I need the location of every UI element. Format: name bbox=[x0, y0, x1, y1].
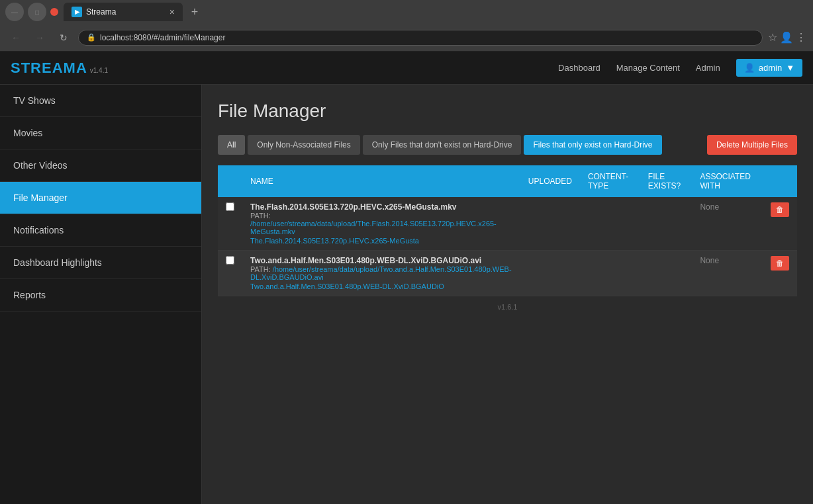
delete-multiple-button[interactable]: Delete Multiple Files bbox=[707, 135, 797, 155]
row-filename-0: The.Flash.2014.S05E13.720p.HEVC.x265-MeG… bbox=[250, 202, 512, 212]
row-path-text-1: PATH: bbox=[250, 265, 273, 273]
profile-icon[interactable]: 👤 bbox=[780, 31, 793, 44]
back-button[interactable]: ← bbox=[7, 28, 25, 47]
reload-button[interactable]: ↻ bbox=[54, 28, 73, 47]
row-path-link-0[interactable]: /home/user/streama/data/upload/The.Flash… bbox=[250, 220, 497, 235]
row-associated-0: None bbox=[692, 197, 763, 251]
close-button[interactable] bbox=[50, 8, 58, 16]
table-header-name: NAME bbox=[242, 165, 520, 197]
table-row: Two.and.a.Half.Men.S03E01.480p.WEB-DL.Xv… bbox=[218, 251, 797, 296]
sidebar-item-reports[interactable]: Reports bbox=[0, 279, 201, 312]
menu-icon[interactable]: ⋮ bbox=[796, 31, 806, 44]
address-bar[interactable]: 🔒 localhost:8080/#/admin/fileManager bbox=[78, 30, 763, 46]
row-title-0: The.Flash.2014.S05E13.720p.HEVC.x265-MeG… bbox=[250, 237, 512, 245]
row-delete-cell-1: 🗑 bbox=[763, 251, 797, 296]
row-path-label-1: PATH: /home/user/streama/data/upload/Two… bbox=[250, 265, 512, 281]
table-header-content-type: CONTENT-TYPE bbox=[580, 165, 640, 197]
delete-row-button-0[interactable]: 🗑 bbox=[771, 202, 789, 217]
logo: STREAMA v1.4.1 bbox=[11, 60, 108, 77]
nav-manage-content[interactable]: Manage Content bbox=[616, 63, 680, 73]
row-path-text-0: PATH: bbox=[250, 212, 271, 220]
logo-text: STREAMA bbox=[11, 60, 87, 77]
sidebar-item-movies[interactable]: Movies bbox=[0, 117, 201, 149]
row-associated-1: None bbox=[692, 251, 763, 296]
main-content: File Manager All Only Non-Associated Fil… bbox=[202, 85, 813, 504]
file-table: NAME UPLOADED CONTENT-TYPE FILE EXISTS? … bbox=[218, 165, 797, 296]
row-name-cell-0: The.Flash.2014.S05E13.720p.HEVC.x265-MeG… bbox=[242, 197, 520, 251]
row-file-exists-1 bbox=[640, 251, 693, 296]
filter-harddrive-only-button[interactable]: Files that only exist on Hard-Drive bbox=[524, 135, 661, 155]
admin-user-icon: 👤 bbox=[744, 63, 755, 73]
nav-links: Dashboard Manage Content Admin 👤 admin ▼ bbox=[558, 59, 802, 77]
lock-icon: 🔒 bbox=[87, 33, 96, 42]
footer: v1.6.1 bbox=[218, 296, 797, 317]
sidebar-item-notifications[interactable]: Notifications bbox=[0, 214, 201, 247]
footer-version: v1.6.1 bbox=[498, 303, 518, 311]
admin-user-button[interactable]: 👤 admin ▼ bbox=[736, 59, 802, 77]
row-filename-1: Two.and.a.Half.Men.S03E01.480p.WEB-DL.Xv… bbox=[250, 256, 512, 265]
row-name-cell-1: Two.and.a.Half.Men.S03E01.480p.WEB-DL.Xv… bbox=[242, 251, 520, 296]
row-path-link-1[interactable]: /home/user/streama/data/upload/Two.and.a… bbox=[250, 265, 512, 281]
top-nav: STREAMA v1.4.1 Dashboard Manage Content … bbox=[0, 52, 813, 85]
delete-row-button-1[interactable]: 🗑 bbox=[771, 256, 789, 271]
row-checkbox-cell-0 bbox=[218, 197, 242, 251]
forward-button[interactable]: → bbox=[30, 28, 49, 47]
tab-favicon-icon: ▶ bbox=[72, 7, 82, 17]
maximize-button[interactable]: □ bbox=[28, 3, 46, 21]
row-checkbox-0[interactable] bbox=[226, 202, 234, 211]
bookmark-icon[interactable]: ☆ bbox=[768, 31, 777, 44]
row-content-type-0 bbox=[580, 197, 640, 251]
row-uploaded-1 bbox=[520, 251, 580, 296]
table-header-check bbox=[218, 165, 242, 197]
row-file-exists-0 bbox=[640, 197, 693, 251]
filter-all-button[interactable]: All bbox=[218, 135, 245, 155]
browser-tab[interactable]: ▶ Streama × bbox=[64, 3, 183, 21]
logo-version: v1.4.1 bbox=[90, 67, 108, 74]
row-path-label-0: PATH: /home/user/streama/data/upload/The… bbox=[250, 212, 512, 235]
table-header-file-exists: FILE EXISTS? bbox=[640, 165, 693, 197]
row-checkbox-cell-1 bbox=[218, 251, 242, 296]
sidebar-item-dashboard-highlights[interactable]: Dashboard Highlights bbox=[0, 247, 201, 279]
table-row: The.Flash.2014.S05E13.720p.HEVC.x265-MeG… bbox=[218, 197, 797, 251]
table-header-uploaded: UPLOADED bbox=[520, 165, 580, 197]
nav-dashboard[interactable]: Dashboard bbox=[558, 63, 600, 73]
table-header-actions bbox=[763, 165, 797, 197]
sidebar-item-file-manager[interactable]: File Manager bbox=[0, 182, 201, 214]
admin-user-label: admin bbox=[759, 63, 782, 73]
sidebar-item-other-videos[interactable]: Other Videos bbox=[0, 149, 201, 182]
minimize-button[interactable]: — bbox=[5, 3, 24, 21]
tab-title: Streama bbox=[86, 7, 116, 17]
page-title: File Manager bbox=[218, 101, 797, 122]
row-title-1: Two.and.a.Half.Men.S03E01.480p.WEB-DL.Xv… bbox=[250, 282, 512, 290]
sidebar: TV Shows Movies Other Videos File Manage… bbox=[0, 85, 202, 504]
filter-bar: All Only Non-Associated Files Only Files… bbox=[218, 135, 797, 155]
table-header-associated-with: ASSOCIATED WITH bbox=[692, 165, 763, 197]
row-content-type-1 bbox=[580, 251, 640, 296]
nav-admin[interactable]: Admin bbox=[696, 63, 720, 73]
admin-dropdown-icon: ▼ bbox=[786, 63, 794, 73]
sidebar-item-tv-shows[interactable]: TV Shows bbox=[0, 85, 201, 117]
filter-non-associated-button[interactable]: Only Non-Associated Files bbox=[248, 135, 359, 155]
row-delete-cell-0: 🗑 bbox=[763, 197, 797, 251]
tab-close-icon[interactable]: × bbox=[169, 7, 175, 17]
url-text: localhost:8080/#/admin/fileManager bbox=[100, 33, 225, 42]
row-uploaded-0 bbox=[520, 197, 580, 251]
row-checkbox-1[interactable] bbox=[226, 256, 234, 265]
filter-no-harddrive-button[interactable]: Only Files that don't exist on Hard-Driv… bbox=[363, 135, 522, 155]
new-tab-button[interactable]: + bbox=[185, 3, 204, 21]
